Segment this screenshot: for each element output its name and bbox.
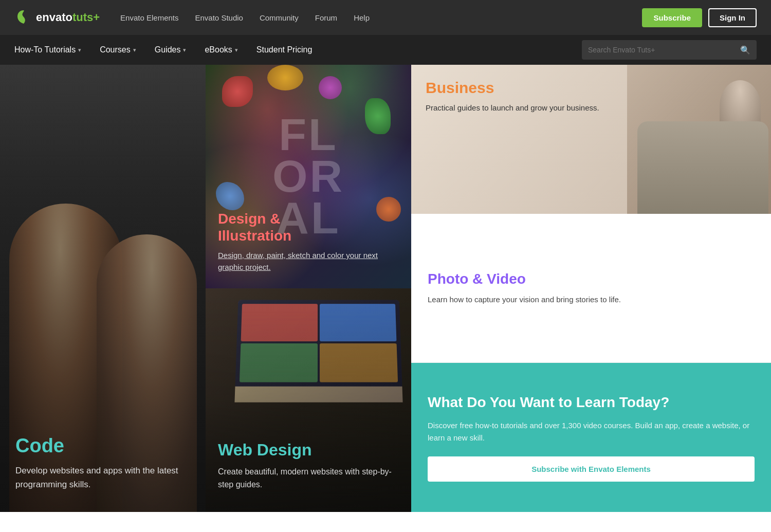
signin-button[interactable]: Sign In xyxy=(708,8,757,27)
chevron-down-icon: ▾ xyxy=(78,47,81,53)
main-content: Code Develop websites and apps with the … xyxy=(0,65,771,512)
code-content: Code Develop websites and apps with the … xyxy=(15,435,190,491)
right-column: Business Practical guides to launch and … xyxy=(411,65,771,512)
nav-courses-label: Courses xyxy=(100,45,131,54)
top-nav-actions: Subscribe Sign In xyxy=(642,8,757,27)
person-body xyxy=(637,121,768,214)
webdesign-content: Web Design Create beautiful, modern webs… xyxy=(218,441,399,491)
nav-guides-label: Guides xyxy=(155,45,181,54)
business-description: Practical guides to launch and grow your… xyxy=(426,102,668,114)
nav-community[interactable]: Community xyxy=(260,13,299,22)
nav-envato-studio[interactable]: Envato Studio xyxy=(195,13,243,22)
panel-business[interactable]: Business Practical guides to launch and … xyxy=(411,65,771,214)
nav-help[interactable]: Help xyxy=(354,13,370,22)
business-title: Business xyxy=(426,79,668,97)
panel-photo[interactable]: Photo & Video Learn how to capture your … xyxy=(411,214,771,363)
code-description: Develop websites and apps with the lates… xyxy=(15,464,190,491)
search-bar[interactable]: 🔍 xyxy=(582,40,757,60)
design-description: Design, draw, paint, sketch and color yo… xyxy=(218,250,399,273)
webdesign-description: Create beautiful, modern websites with s… xyxy=(218,466,399,491)
panel-code[interactable]: Code Develop websites and apps with the … xyxy=(0,65,206,512)
business-content: Business Practical guides to launch and … xyxy=(426,79,668,114)
cta-description: Discover free how-to tutorials and over … xyxy=(428,419,755,444)
nav-guides[interactable]: Guides ▾ xyxy=(145,35,196,65)
photo-video-description: Learn how to capture your vision and bri… xyxy=(428,293,755,306)
nav-ebooks[interactable]: eBooks ▾ xyxy=(195,35,247,65)
cta-title: What Do You Want to Learn Today? xyxy=(428,393,755,411)
nav-student-pricing[interactable]: Student Pricing xyxy=(247,35,322,65)
search-icon: 🔍 xyxy=(740,45,750,55)
chevron-down-icon: ▾ xyxy=(133,47,136,53)
code-title: Code xyxy=(15,435,190,457)
nav-how-to-label: How-To Tutorials xyxy=(14,45,76,54)
nav-how-to-tutorials[interactable]: How-To Tutorials ▾ xyxy=(14,35,90,65)
logo-text: envatotuts+ xyxy=(36,11,100,24)
photo-video-title: Photo & Video xyxy=(428,271,755,287)
secondary-navigation: How-To Tutorials ▾ Courses ▾ Guides ▾ eB… xyxy=(0,35,771,65)
panel-webdesign[interactable]: Web Design Create beautiful, modern webs… xyxy=(206,288,411,512)
nav-courses[interactable]: Courses ▾ xyxy=(90,35,145,65)
chevron-down-icon: ▾ xyxy=(183,47,186,53)
nav-envato-elements[interactable]: Envato Elements xyxy=(120,13,178,22)
nav-forum[interactable]: Forum xyxy=(315,13,337,22)
top-navigation: envatotuts+ Envato Elements Envato Studi… xyxy=(0,0,771,35)
subscribe-button[interactable]: Subscribe xyxy=(642,8,702,27)
webdesign-title: Web Design xyxy=(218,441,399,460)
panel-cta: What Do You Want to Learn Today? Discove… xyxy=(411,363,771,512)
chevron-down-icon: ▾ xyxy=(235,47,238,53)
search-input[interactable] xyxy=(588,46,736,54)
logo[interactable]: envatotuts+ xyxy=(14,8,100,27)
design-title: Design &Illustration xyxy=(218,210,399,245)
nav-ebooks-label: eBooks xyxy=(205,45,232,54)
top-nav-links: Envato Elements Envato Studio Community … xyxy=(120,13,642,22)
design-content: Design &Illustration Design, draw, paint… xyxy=(218,210,399,273)
nav-student-pricing-label: Student Pricing xyxy=(256,45,313,54)
cta-subscribe-button[interactable]: Subscribe with Envato Elements xyxy=(428,456,755,482)
secondary-nav-links: How-To Tutorials ▾ Courses ▾ Guides ▾ eB… xyxy=(14,35,582,65)
envato-logo-icon xyxy=(14,8,33,27)
panel-design[interactable]: FLORAL Design &Illustration Design, draw… xyxy=(206,65,411,288)
